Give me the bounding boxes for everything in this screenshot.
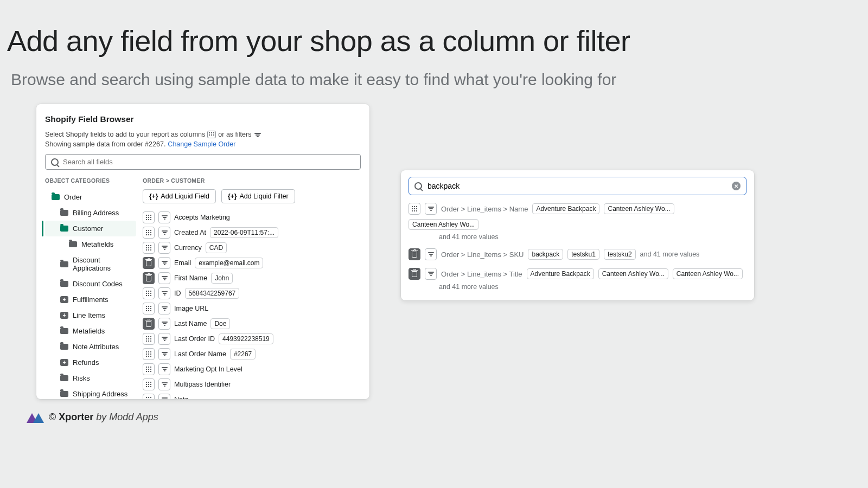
add-filter-button[interactable] (158, 287, 170, 299)
add-column-button[interactable] (143, 348, 155, 360)
add-liquid-field-button[interactable]: {+}Add Liquid Field (143, 189, 216, 203)
add-filter-button[interactable] (158, 318, 170, 330)
field-browser-panel: Shopify Field Browser Select Shopify fie… (36, 104, 369, 399)
field-row: Marketing Opt In Level (143, 362, 361, 377)
add-column-button[interactable] (143, 227, 155, 239)
add-filter-button[interactable] (158, 242, 170, 254)
grid-icon (146, 245, 151, 251)
add-filter-button[interactable] (425, 248, 437, 260)
add-column-button[interactable] (143, 333, 155, 345)
add-filter-button[interactable] (158, 394, 170, 399)
search-input[interactable] (63, 158, 355, 166)
category-label: Customer (73, 224, 103, 233)
category-fulfillments[interactable]: Fulfillments (45, 292, 136, 307)
remove-column-button[interactable] (409, 268, 420, 280)
add-column-button[interactable] (143, 378, 155, 390)
expand-icon (60, 296, 68, 303)
category-note-attributes[interactable]: Note Attributes (45, 339, 136, 355)
remove-column-button[interactable] (409, 248, 420, 260)
add-filter-button[interactable] (158, 257, 170, 269)
add-filter-button[interactable] (425, 268, 437, 280)
folder-icon (60, 261, 68, 267)
search-results-panel: ✕ Order > Line_items > NameAdventure Bac… (401, 170, 754, 300)
add-filter-button[interactable] (158, 333, 170, 345)
add-filter-button[interactable] (158, 363, 170, 375)
category-risks[interactable]: Risks (45, 370, 136, 386)
folder-icon (60, 391, 68, 397)
filter-icon (162, 337, 168, 341)
remove-column-button[interactable] (143, 318, 155, 330)
add-column-button[interactable] (143, 363, 155, 375)
grid-icon (412, 206, 417, 211)
filter-icon (428, 207, 434, 211)
change-sample-order-link[interactable]: Change Sample Order (168, 140, 235, 148)
remove-column-button[interactable] (143, 257, 155, 269)
add-column-button[interactable] (143, 242, 155, 254)
add-column-button[interactable] (143, 394, 155, 399)
clear-search-icon[interactable]: ✕ (732, 182, 741, 190)
search-result-row: Order > Line_items > NameAdventure Backp… (409, 203, 746, 230)
add-column-button[interactable] (409, 203, 420, 215)
field-row: Multipass Identifier (143, 377, 361, 392)
field-name: Created At (174, 229, 206, 236)
field-sample-value: #2267 (230, 349, 256, 359)
folder-icon (60, 344, 68, 350)
add-filter-button[interactable] (425, 203, 437, 215)
add-column-button[interactable] (143, 287, 155, 299)
grid-icon (146, 367, 151, 372)
field-sample-value: 2022-06-09T11:57:... (210, 227, 278, 238)
category-label: Metafields (81, 240, 113, 248)
field-column: ORDER > CUSTOMER {+}Add Liquid Field {+}… (143, 177, 361, 399)
add-filter-button[interactable] (158, 211, 170, 223)
category-discount-codes[interactable]: Discount Codes (45, 276, 136, 292)
search-query-input[interactable] (427, 182, 726, 190)
field-name: Note (174, 396, 188, 399)
category-order[interactable]: Order (45, 189, 136, 205)
category-metafields[interactable]: Metafields (45, 323, 136, 339)
add-column-button[interactable] (143, 211, 155, 223)
breadcrumb: ORDER > CUSTOMER (143, 177, 361, 184)
field-row: Image URL (143, 301, 361, 316)
add-filter-button[interactable] (158, 227, 170, 239)
field-name: Email (174, 259, 191, 267)
field-name: Last Name (174, 320, 207, 328)
sample-value-chip: testsku2 (604, 249, 636, 260)
category-label: Shipping Address (73, 390, 127, 398)
category-line-items[interactable]: Line Items (45, 307, 136, 323)
category-label: Line Items (73, 311, 105, 319)
add-filter-button[interactable] (158, 272, 170, 284)
field-row: Created At2022-06-09T11:57:... (143, 225, 361, 240)
grid-icon (146, 291, 151, 296)
search-all-fields[interactable] (45, 154, 361, 170)
remove-column-button[interactable] (143, 272, 155, 284)
category-discount-applications[interactable]: Discount Applications (45, 252, 136, 276)
sample-value-chip: backpack (528, 249, 563, 260)
category-label: Refunds (73, 358, 99, 367)
field-row: Accepts Marketing (143, 210, 361, 225)
trash-icon (146, 275, 151, 281)
brand-byline: by Modd Apps (96, 412, 158, 422)
add-column-button[interactable] (143, 303, 155, 314)
category-metafields[interactable]: Metafields (45, 236, 136, 252)
filter-icon (162, 322, 168, 326)
add-liquid-filter-button[interactable]: {+}Add Liquid Filter (221, 189, 295, 203)
add-filter-button[interactable] (158, 348, 170, 360)
sample-data-info: Showing sample data from order #2267. Ch… (45, 140, 361, 148)
folder-icon (60, 210, 68, 216)
grid-icon (146, 382, 151, 387)
category-billing-address[interactable]: Billing Address (45, 205, 136, 221)
filter-icon (162, 276, 168, 280)
sample-value-chip: Canteen Ashley Wo... (409, 219, 478, 230)
add-filter-button[interactable] (158, 303, 170, 314)
field-sample-value: John (211, 273, 233, 284)
sample-value-chip: Canteen Ashley Wo... (598, 268, 668, 279)
folder-icon (52, 194, 60, 200)
add-filter-button[interactable] (158, 378, 170, 390)
results-list: Order > Line_items > NameAdventure Backp… (409, 203, 746, 291)
field-row: Emailexample@email.com (143, 255, 361, 271)
search-box[interactable]: ✕ (409, 177, 746, 195)
category-customer[interactable]: Customer (45, 221, 136, 236)
category-refunds[interactable]: Refunds (45, 355, 136, 370)
category-shipping-address[interactable]: Shipping Address (45, 386, 136, 399)
brand-name: Xporter (59, 412, 93, 422)
